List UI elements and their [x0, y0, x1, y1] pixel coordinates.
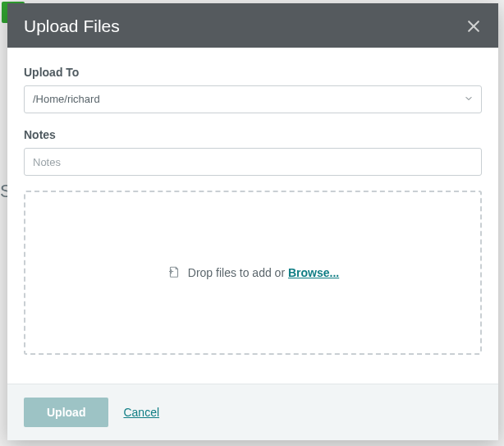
modal-footer: Upload Cancel [7, 384, 498, 440]
upload-to-value[interactable]: /Home/richard [24, 85, 482, 113]
upload-button[interactable]: Upload [24, 398, 108, 427]
modal-body: Upload To /Home/richard Notes [7, 48, 498, 384]
file-add-icon [167, 264, 181, 281]
notes-field: Notes [24, 128, 482, 176]
modal-title: Upload Files [24, 16, 120, 36]
upload-to-label: Upload To [24, 66, 482, 79]
cancel-link[interactable]: Cancel [123, 406, 159, 419]
file-dropzone[interactable]: Drop files to add or Browse... [24, 191, 482, 355]
dropzone-text: Drop files to add or Browse... [188, 266, 339, 279]
dropzone-hint: Drop files to add or [188, 266, 288, 279]
upload-to-select[interactable]: /Home/richard [24, 85, 482, 113]
notes-label: Notes [24, 128, 482, 141]
upload-files-modal: Upload Files Upload To /Home/richard Not… [7, 3, 498, 440]
notes-input[interactable] [24, 148, 482, 176]
upload-to-field: Upload To /Home/richard [24, 66, 482, 113]
close-icon[interactable] [465, 18, 482, 34]
modal-header: Upload Files [7, 3, 498, 48]
browse-link[interactable]: Browse... [288, 266, 339, 279]
dropzone-content: Drop files to add or Browse... [167, 264, 339, 281]
